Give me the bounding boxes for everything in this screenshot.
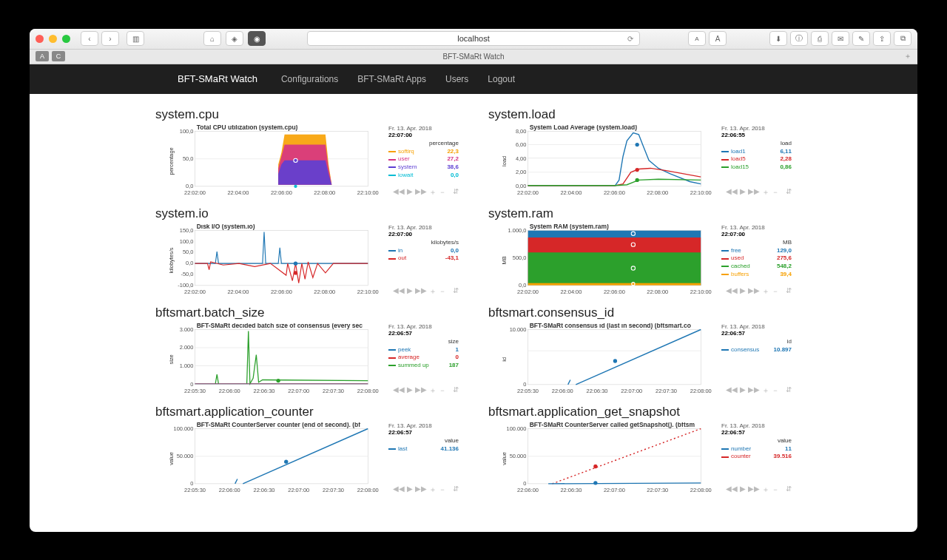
expand-icon[interactable]: ⇵	[453, 286, 459, 297]
nav-apps[interactable]: BFT-SMaRt Apps	[357, 74, 426, 84]
expand-icon[interactable]: ⇵	[453, 485, 459, 495]
home-icon[interactable]: ⌂	[203, 31, 221, 46]
play-icon[interactable]: ▶	[407, 485, 413, 495]
nav-users[interactable]: Users	[445, 74, 468, 84]
download-icon[interactable]: ⬇	[769, 31, 787, 46]
expand-icon[interactable]: ⇵	[786, 485, 792, 495]
rewind-icon[interactable]: ◀◀	[726, 385, 738, 396]
rewind-icon[interactable]: ◀◀	[726, 286, 738, 297]
nav-configurations[interactable]: Configurations	[281, 74, 338, 84]
info-icon[interactable]: ⓘ	[790, 31, 808, 46]
expand-icon[interactable]: ⇵	[786, 286, 792, 297]
nav-logout[interactable]: Logout	[488, 74, 515, 84]
legend-item[interactable]: load1 6,11	[721, 148, 792, 156]
zoom-out-icon[interactable]: －	[772, 286, 779, 297]
forward-icon[interactable]: ▶▶	[748, 187, 760, 198]
rewind-icon[interactable]: ◀◀	[393, 286, 405, 297]
forward-icon[interactable]: ▶▶	[415, 286, 427, 297]
zoom-in-icon[interactable]: ＋	[429, 187, 437, 198]
new-tab-button[interactable]: ＋	[904, 51, 911, 61]
zoom-in-icon[interactable]: ＋	[429, 385, 437, 396]
zoom-in-icon[interactable]: ＋	[762, 187, 769, 198]
play-icon[interactable]: ▶	[740, 385, 746, 396]
sidebar-toggle-icon[interactable]: ▥	[127, 31, 144, 46]
chart-plot[interactable]: System Load Average (system.load) load 0…	[488, 125, 718, 200]
play-icon[interactable]: ▶	[740, 187, 746, 198]
chart-plot[interactable]: Disk I/O (system.io) kilobytes/s -100,0-…	[155, 224, 385, 300]
tabs-icon[interactable]: ⧉	[894, 31, 911, 46]
legend-item[interactable]: summed up 187	[388, 362, 459, 370]
expand-icon[interactable]: ⇵	[786, 385, 792, 396]
legend-item[interactable]: in 0,0	[388, 247, 459, 255]
forward-icon[interactable]: ▶▶	[748, 485, 760, 495]
play-icon[interactable]: ▶	[407, 385, 413, 396]
expand-icon[interactable]: ⇵	[453, 385, 459, 396]
play-icon[interactable]: ▶	[407, 286, 413, 297]
rewind-icon[interactable]: ◀◀	[726, 485, 738, 495]
zoom-out-icon[interactable]: －	[439, 286, 446, 297]
address-bar[interactable]: localhost ⟳	[307, 31, 640, 46]
bookmark-a-icon[interactable]: A	[36, 51, 49, 61]
forward-icon[interactable]: ▶▶	[748, 286, 760, 297]
mail-icon[interactable]: ✉	[832, 31, 849, 46]
zoom-out-icon[interactable]: －	[439, 187, 446, 198]
forward-icon[interactable]: ▶▶	[415, 385, 427, 396]
zoom-in-icon[interactable]: ＋	[429, 485, 437, 495]
play-icon[interactable]: ▶	[740, 286, 746, 297]
legend-item[interactable]: load15 0,86	[721, 163, 792, 172]
brand[interactable]: BFT-SMaRt Watch	[178, 73, 257, 84]
rewind-icon[interactable]: ◀◀	[393, 485, 405, 495]
forward-icon[interactable]: ▶▶	[415, 187, 427, 198]
forward-icon[interactable]: ▶▶	[415, 485, 427, 495]
expand-icon[interactable]: ⇵	[453, 187, 459, 198]
legend-item[interactable]: softirq 22,3	[388, 148, 459, 156]
legend-item[interactable]: peek 1	[388, 346, 459, 354]
zoom-out-icon[interactable]: －	[439, 485, 446, 495]
legend-item[interactable]: user 27,2	[388, 155, 459, 163]
legend-item[interactable]: cached 548,2	[721, 263, 792, 271]
zoom-out-icon[interactable]: －	[439, 385, 446, 396]
chart-plot[interactable]: Total CPU utilization (system.cpu) perce…	[155, 125, 385, 200]
bookmark-c-icon[interactable]: C	[52, 51, 65, 61]
forward-icon[interactable]: ▶▶	[748, 385, 760, 396]
legend-item[interactable]: used 275,6	[721, 254, 792, 263]
expand-icon[interactable]: ⇵	[786, 187, 792, 198]
close-icon[interactable]	[36, 35, 44, 43]
chart-plot[interactable]: BFT-SMaRt consensus id (last in second) …	[488, 323, 718, 399]
shield2-icon[interactable]: ◉	[248, 31, 266, 46]
chart-plot[interactable]: BFT-SMaRt decided batch size of consensu…	[155, 323, 385, 399]
zoom-out-icon[interactable]: －	[772, 485, 779, 495]
font-larger-icon[interactable]: A	[709, 31, 727, 46]
legend-item[interactable]: out -43,1	[388, 254, 459, 263]
edit-icon[interactable]: ✎	[852, 31, 870, 46]
share-icon[interactable]: ⇪	[873, 31, 891, 46]
print-icon[interactable]: ⎙	[811, 31, 829, 46]
legend-item[interactable]: average 0	[388, 354, 459, 362]
rewind-icon[interactable]: ◀◀	[726, 187, 738, 198]
zoom-icon[interactable]	[62, 35, 70, 43]
reload-icon[interactable]: ⟳	[627, 35, 633, 43]
zoom-in-icon[interactable]: ＋	[762, 385, 769, 396]
forward-button[interactable]: ›	[101, 31, 119, 46]
zoom-out-icon[interactable]: －	[772, 187, 779, 198]
zoom-in-icon[interactable]: ＋	[762, 286, 769, 297]
rewind-icon[interactable]: ◀◀	[393, 385, 405, 396]
font-smaller-icon[interactable]: A	[688, 31, 706, 46]
zoom-out-icon[interactable]: －	[772, 385, 779, 396]
chart-plot[interactable]: BFT-SMaRt CounterServer counter (end of …	[155, 422, 385, 498]
legend-item[interactable]: number 11	[721, 445, 792, 453]
shield-icon[interactable]: ◈	[226, 31, 243, 46]
legend-item[interactable]: free 129,0	[721, 247, 792, 255]
rewind-icon[interactable]: ◀◀	[393, 187, 405, 198]
back-button[interactable]: ‹	[81, 31, 98, 46]
legend-item[interactable]: buffers 39,4	[721, 271, 792, 279]
legend-item[interactable]: system 38,6	[388, 163, 459, 172]
chart-plot[interactable]: BFT-SMaRt CounterServer called getSnapsh…	[488, 422, 718, 498]
zoom-in-icon[interactable]: ＋	[762, 485, 769, 495]
legend-item[interactable]: last 41.136	[388, 445, 459, 453]
play-icon[interactable]: ▶	[407, 187, 413, 198]
minimize-icon[interactable]	[49, 35, 57, 43]
legend-item[interactable]: load5 2,28	[721, 155, 792, 163]
chart-plot[interactable]: System RAM (system.ram) MB 0,0500,01.000…	[488, 224, 718, 300]
zoom-in-icon[interactable]: ＋	[429, 286, 437, 297]
